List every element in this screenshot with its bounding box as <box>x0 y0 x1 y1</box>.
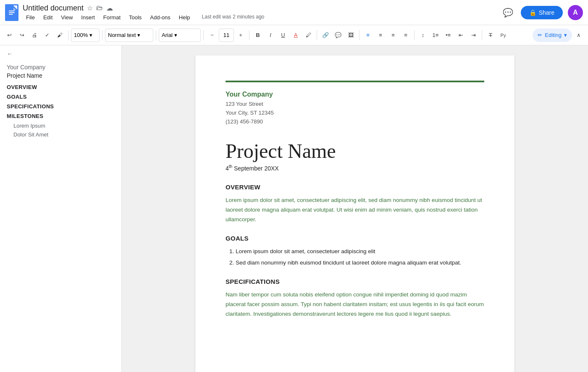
divider-9 <box>482 30 482 40</box>
divider-7 <box>359 30 360 40</box>
italic-button[interactable]: I <box>265 29 276 42</box>
doc-specs-text: Nam liber tempor cum soluta nobis eleife… <box>226 290 484 319</box>
chevron-down-icon-3: ▾ <box>174 32 177 38</box>
doc-title[interactable]: Untitled document <box>23 4 84 13</box>
svg-rect-1 <box>9 10 15 11</box>
doc-address-line1: 123 Your Street <box>226 100 484 109</box>
menu-tools[interactable]: Tools <box>126 13 145 21</box>
svg-rect-3 <box>9 14 13 15</box>
avatar[interactable]: A <box>568 5 583 20</box>
font-select[interactable]: Arial ▾ <box>159 29 201 42</box>
last-edit-label: Last edit was 2 minutes ago <box>202 14 265 20</box>
font-size-area: − + <box>206 29 247 42</box>
redo-button[interactable]: ↪ <box>16 29 28 42</box>
font-size-decrease-button[interactable]: − <box>206 29 218 42</box>
link-button[interactable]: 🔗 <box>320 29 331 42</box>
doc-address-line2: Your City, ST 12345 <box>226 109 484 118</box>
folder-icon[interactable]: 🗁 <box>96 4 103 12</box>
sidebar-item-overview[interactable]: OVERVIEW <box>7 84 115 90</box>
sidebar-company[interactable]: Your Company <box>7 64 115 71</box>
sidebar-item-milestones[interactable]: MILESTONES <box>7 113 115 119</box>
menu-view[interactable]: View <box>58 13 76 21</box>
menu-file[interactable]: File <box>23 13 38 21</box>
style-select[interactable]: Normal text ▾ <box>105 29 153 42</box>
title-right: 💬 🔒 Share A <box>501 5 583 20</box>
sidebar-item-specifications[interactable]: SPECIFICATIONS <box>7 103 115 110</box>
menu-bar: File Edit View Insert Format Tools Add-o… <box>23 13 501 21</box>
menu-format[interactable]: Format <box>100 13 124 21</box>
chevron-down-icon: ▾ <box>89 32 92 38</box>
font-size-input[interactable] <box>219 29 234 42</box>
spellcheck-button[interactable]: ✓ <box>41 29 53 42</box>
decrease-indent-button[interactable]: ⇤ <box>455 29 467 42</box>
divider-2 <box>102 30 102 40</box>
sidebar-project[interactable]: Project Name <box>7 72 115 79</box>
align-right-button[interactable]: ≡ <box>387 29 399 42</box>
divider-6 <box>317 30 317 40</box>
increase-indent-button[interactable]: ⇥ <box>467 29 479 42</box>
collapse-toolbar-button[interactable]: ∧ <box>573 29 585 42</box>
doc-overview-text: Lorem ipsum dolor sit amet, consectetuer… <box>226 196 484 225</box>
toolbar: ↩ ↪ 🖨 ✓ 🖌 100% ▾ Normal text ▾ Arial ▾ −… <box>0 25 588 45</box>
editing-mode-button[interactable]: ✏ Editing ▾ <box>533 29 572 42</box>
menu-edit[interactable]: Edit <box>40 13 56 21</box>
sidebar-item-goals[interactable]: GOALS <box>7 94 115 100</box>
share-button[interactable]: 🔒 Share <box>521 6 563 19</box>
document-page: Your Company 123 Your Street Your City, … <box>195 55 514 372</box>
divider-5 <box>249 30 249 40</box>
doc-specs-heading: SPECIFICATIONS <box>226 278 484 285</box>
lock-icon: 🔒 <box>529 9 536 16</box>
menu-insert[interactable]: Insert <box>78 13 98 21</box>
python-button[interactable]: Py <box>497 29 509 42</box>
line-spacing-button[interactable]: ↕ <box>417 29 429 42</box>
font-size-increase-button[interactable]: + <box>235 29 247 42</box>
align-center-button[interactable]: ≡ <box>375 29 386 42</box>
doc-goals-item-2: Sed diam nonummy nibh euismod tincidunt … <box>236 258 484 268</box>
back-arrow-icon: ← <box>7 50 13 57</box>
doc-project-date: 4th September 20XX <box>226 164 484 172</box>
comment-button[interactable]: 💬 <box>332 29 344 42</box>
ordered-list-button[interactable]: 1≡ <box>430 29 441 42</box>
zoom-select[interactable]: 100% ▾ <box>71 29 100 42</box>
sidebar-back-button[interactable]: ← <box>7 50 115 57</box>
svg-rect-2 <box>9 12 15 13</box>
pencil-icon: ✏ <box>538 32 542 38</box>
text-color-button[interactable]: A <box>290 29 302 42</box>
clear-format-button[interactable]: T̶ <box>485 29 496 42</box>
menu-addons[interactable]: Add-ons <box>147 13 173 21</box>
bold-button[interactable]: B <box>252 29 264 42</box>
chevron-down-icon-4: ▾ <box>564 32 567 38</box>
unordered-list-button[interactable]: •≡ <box>442 29 454 42</box>
doc-address-line3: (123) 456-7890 <box>226 118 484 126</box>
star-icon[interactable]: ☆ <box>87 4 93 12</box>
align-justify-button[interactable]: ≡ <box>400 29 412 42</box>
highlight-button[interactable]: 🖊 <box>302 29 314 42</box>
underline-button[interactable]: U <box>277 29 289 42</box>
doc-goals-list: Lorem ipsum dolor sit amet, consectetuer… <box>226 247 484 268</box>
doc-address: 123 Your Street Your City, ST 12345 (123… <box>226 100 484 126</box>
menu-help[interactable]: Help <box>176 13 194 21</box>
sidebar-subitem-lorem[interactable]: Lorem Ipsum <box>7 123 115 129</box>
sidebar: ← Your Company Project Name OVERVIEW GOA… <box>0 45 122 372</box>
doc-goals-heading: GOALS <box>226 235 484 242</box>
page-green-line <box>226 81 484 82</box>
divider-3 <box>156 30 156 40</box>
divider-8 <box>414 30 415 40</box>
doc-company-name: Your Company <box>226 91 484 98</box>
document-area[interactable]: Your Company 123 Your Street Your City, … <box>122 45 588 372</box>
align-left-button[interactable]: ≡ <box>362 29 374 42</box>
editing-label: Editing <box>545 32 562 38</box>
main-area: ← Your Company Project Name OVERVIEW GOA… <box>0 45 588 372</box>
image-button[interactable]: 🖼 <box>345 29 357 42</box>
cloud-icon[interactable]: ☁ <box>106 4 113 12</box>
title-icons: ☆ 🗁 ☁ <box>87 4 113 12</box>
print-button[interactable]: 🖨 <box>29 29 40 42</box>
chat-button[interactable]: 💬 <box>501 5 516 20</box>
doc-app-icon <box>5 4 18 21</box>
title-center: Untitled document ☆ 🗁 ☁ File Edit View I… <box>23 4 501 21</box>
divider-1 <box>68 30 68 40</box>
paintformat-button[interactable]: 🖌 <box>54 29 66 42</box>
doc-goals-item-1: Lorem ipsum dolor sit amet, consectetuer… <box>236 247 484 257</box>
sidebar-subitem-dolor[interactable]: Dolor Sit Amet <box>7 131 115 138</box>
undo-button[interactable]: ↩ <box>3 29 15 42</box>
